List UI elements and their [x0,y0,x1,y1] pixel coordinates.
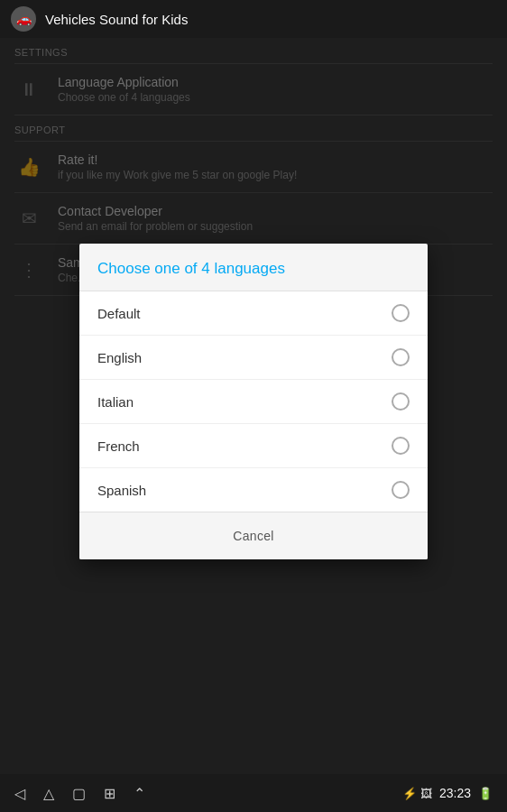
option-english-radio[interactable] [392,348,410,366]
nav-time: 23:23 [439,786,471,800]
option-italian[interactable]: Italian [79,380,428,424]
language-dialog: Choose one of 4 languages Default Englis… [79,244,428,559]
usb-icon: ⚡ [402,787,417,800]
center-nav-icon[interactable]: ⌃ [134,785,145,802]
option-french[interactable]: French [79,424,428,468]
cancel-button[interactable]: Cancel [215,521,291,550]
nav-bar: ◁ △ ▢ ⊞ ⌃ ⚡ 🖼 23:23 🔋 [0,774,507,812]
option-french-label: French [97,438,140,454]
photo-icon: 🖼 [420,787,432,800]
option-default-radio[interactable] [392,304,410,322]
nav-right-status: ⚡ 🖼 23:23 🔋 [402,786,493,800]
home-icon[interactable]: △ [43,785,54,802]
app-icon: 🚗 [11,6,36,32]
option-italian-label: Italian [97,394,134,410]
app-icon-glyph: 🚗 [16,12,32,26]
status-icons: ⚡ 🖼 [402,787,432,800]
option-default[interactable]: Default [79,291,428,336]
nav-left-icons: ◁ △ ▢ ⊞ ⌃ [14,785,145,802]
back-icon[interactable]: ◁ [14,785,25,802]
dialog-cancel-row: Cancel [79,512,428,559]
option-english-label: English [97,350,142,365]
dialog-title: Choose one of 4 languages [79,244,428,291]
app-title: Vehicles Sound for Kids [45,12,188,27]
option-spanish-label: Spanish [97,483,146,498]
option-spanish[interactable]: Spanish [79,468,428,512]
option-french-radio[interactable] [392,437,410,455]
option-italian-radio[interactable] [392,392,410,411]
title-bar: 🚗 Vehicles Sound for Kids [0,0,507,38]
option-default-label: Default [97,306,141,321]
qr-icon[interactable]: ⊞ [104,785,115,802]
battery-icon: 🔋 [478,787,493,800]
dialog-options-list: Default English Italian French Spanish [79,291,428,512]
option-spanish-radio[interactable] [392,481,410,499]
recents-icon[interactable]: ▢ [72,785,86,802]
option-english[interactable]: English [79,336,428,380]
